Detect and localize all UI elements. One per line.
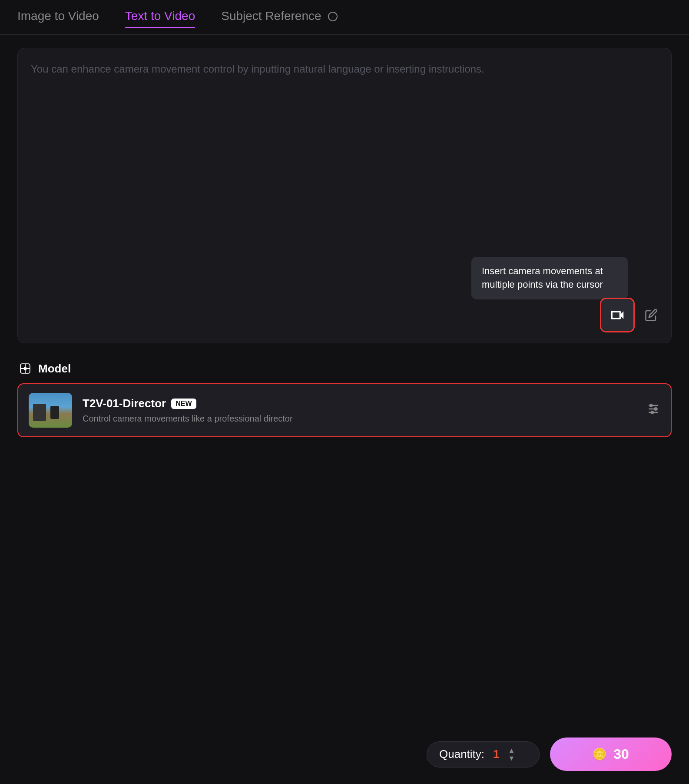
generate-icon: 🪙 <box>593 747 606 761</box>
model-section: Model T2V-01-Director NEW Control camera… <box>17 361 672 437</box>
camera-movement-button[interactable] <box>600 298 635 332</box>
model-thumbnail-image <box>29 393 72 428</box>
quantity-value: 1 <box>493 747 499 761</box>
camera-tooltip: Insert camera movements at multiple poin… <box>471 257 628 299</box>
prompt-placeholder: You can enhance camera movement control … <box>31 61 658 77</box>
prompt-container[interactable]: You can enhance camera movement control … <box>17 48 672 343</box>
camera-icon <box>609 307 626 323</box>
main-content: You can enhance camera movement control … <box>0 35 689 463</box>
model-name: T2V-01-Director <box>83 397 166 410</box>
model-label: Model <box>17 361 672 376</box>
model-description: Control camera movements like a professi… <box>83 414 636 424</box>
tab-bar: Image to Video Text to Video Subject Ref… <box>0 0 689 35</box>
textarea-actions <box>600 298 661 332</box>
svg-point-7 <box>651 411 653 413</box>
tab-subject-reference[interactable]: Subject Reference i <box>221 9 338 26</box>
quantity-control: Quantity: 1 ▲ ▼ <box>427 741 540 767</box>
model-new-badge: NEW <box>171 399 196 409</box>
info-icon[interactable]: i <box>328 12 338 21</box>
quantity-label: Quantity: <box>439 747 484 761</box>
sliders-icon <box>646 402 660 416</box>
svg-point-6 <box>655 408 657 410</box>
model-info: T2V-01-Director NEW Control camera movem… <box>83 397 636 424</box>
generate-button[interactable]: 🪙 30 <box>550 737 672 771</box>
tab-text-to-video[interactable]: Text to Video <box>125 9 195 26</box>
model-settings-button[interactable] <box>646 402 660 419</box>
model-name-row: T2V-01-Director NEW <box>83 397 636 410</box>
svg-point-5 <box>650 404 652 406</box>
tab-image-to-video[interactable]: Image to Video <box>17 9 99 26</box>
model-section-icon <box>17 361 33 376</box>
model-card[interactable]: T2V-01-Director NEW Control camera movem… <box>17 383 672 437</box>
quantity-down-arrow[interactable]: ▼ <box>508 755 515 762</box>
quantity-up-arrow[interactable]: ▲ <box>508 747 515 754</box>
generate-count: 30 <box>613 746 629 762</box>
quantity-stepper[interactable]: ▲ ▼ <box>508 747 515 762</box>
svg-point-1 <box>23 367 26 370</box>
model-thumbnail <box>29 393 72 428</box>
bottom-bar: Quantity: 1 ▲ ▼ 🪙 30 <box>0 724 689 784</box>
pencil-icon <box>645 309 658 322</box>
camera-tooltip-wrapper: Insert camera movements at multiple poin… <box>471 257 628 299</box>
edit-button[interactable] <box>642 306 661 325</box>
